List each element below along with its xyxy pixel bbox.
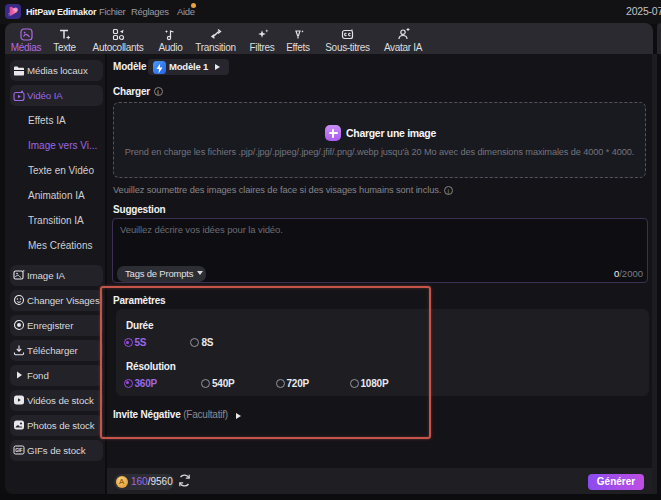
svg-text:GIF: GIF — [15, 448, 23, 453]
